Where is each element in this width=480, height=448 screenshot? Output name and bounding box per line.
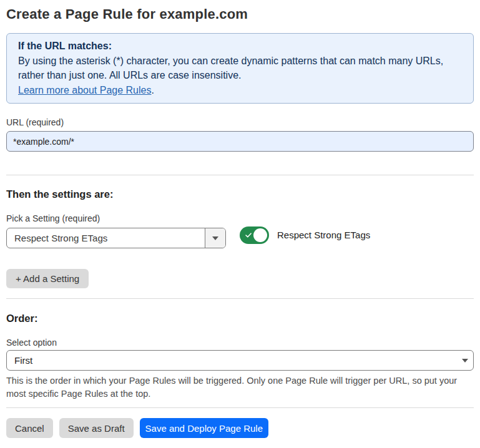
cancel-button[interactable]: Cancel: [6, 418, 53, 438]
setting-row: Respect Strong ETags Respect Strong ETag…: [6, 228, 474, 248]
info-box: If the URL matches: By using the asteris…: [6, 33, 474, 104]
order-heading: Order:: [6, 313, 474, 324]
order-select[interactable]: First: [6, 350, 474, 371]
action-buttons: Cancel Save as Draft Save and Deploy Pag…: [6, 418, 474, 438]
url-label: URL (required): [6, 117, 474, 127]
save-draft-button[interactable]: Save as Draft: [59, 418, 134, 438]
divider-settings-order: [6, 298, 474, 299]
url-input[interactable]: [6, 131, 474, 152]
select-chevron-icon: [462, 359, 468, 363]
etags-toggle[interactable]: [240, 226, 269, 244]
select-option-label: Select option: [6, 338, 474, 348]
learn-more-link[interactable]: Learn more about Page Rules: [18, 85, 151, 95]
setting-dropdown[interactable]: Respect Strong ETags: [6, 228, 226, 248]
add-setting-button[interactable]: + Add a Setting: [6, 269, 89, 288]
divider-url-settings: [6, 175, 474, 175]
order-select-value: First: [7, 355, 462, 366]
dropdown-arrow-button[interactable]: [205, 228, 225, 248]
pick-setting-label: Pick a Setting (required): [6, 213, 474, 223]
toggle-label: Respect Strong ETags: [277, 230, 370, 240]
page-title: Create a Page Rule for example.com: [6, 0, 474, 22]
setting-dropdown-value: Respect Strong ETags: [7, 233, 205, 243]
link-suffix: .: [151, 85, 154, 95]
save-deploy-button[interactable]: Save and Deploy Page Rule: [140, 418, 268, 438]
chevron-down-icon: [212, 236, 218, 240]
toggle-knob: [253, 228, 267, 242]
divider-help-actions: [6, 407, 474, 408]
info-box-link-line: Learn more about Page Rules.: [18, 83, 462, 98]
check-icon: [245, 233, 252, 238]
settings-heading: Then the settings are:: [6, 188, 474, 200]
order-help-text: This is the order in which your Page Rul…: [6, 374, 474, 401]
info-box-body: By using the asterisk (*) character, you…: [18, 54, 455, 83]
info-box-heading: If the URL matches:: [18, 39, 462, 54]
